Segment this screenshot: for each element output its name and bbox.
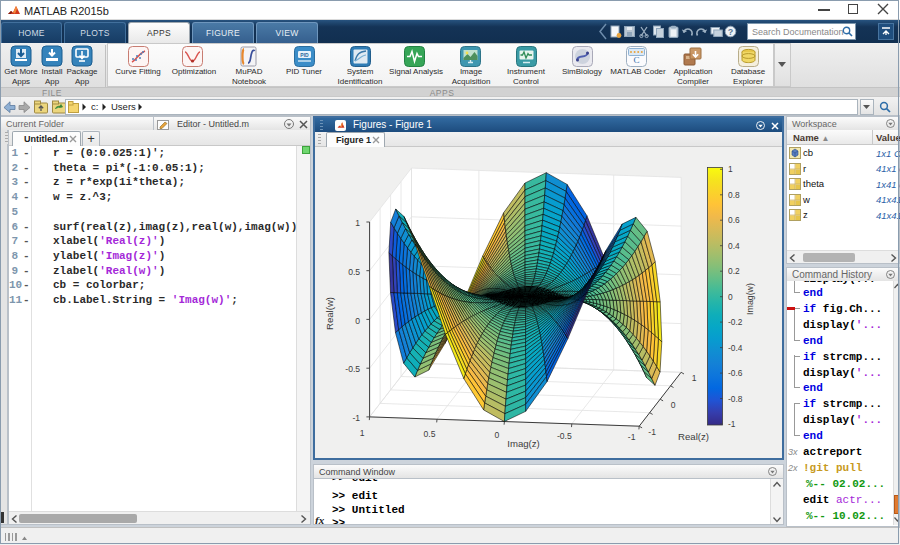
svg-text:-0.5: -0.5 bbox=[557, 431, 572, 441]
svg-text:0.4: 0.4 bbox=[728, 241, 740, 251]
svg-text:0: 0 bbox=[728, 292, 733, 302]
svg-text:Real(w): Real(w) bbox=[324, 297, 335, 330]
svg-text:-1: -1 bbox=[728, 419, 736, 429]
svg-text:0: 0 bbox=[671, 400, 676, 410]
svg-text:-1: -1 bbox=[352, 413, 360, 423]
svg-text:0: 0 bbox=[355, 316, 360, 326]
svg-text:Real(z): Real(z) bbox=[678, 431, 709, 442]
svg-text:0.5: 0.5 bbox=[348, 267, 360, 277]
svg-text:Imag(z): Imag(z) bbox=[507, 438, 540, 449]
svg-text:PID: PID bbox=[300, 52, 309, 58]
svg-text:1: 1 bbox=[728, 164, 733, 174]
svg-text:0: 0 bbox=[495, 430, 500, 440]
svg-text:1: 1 bbox=[692, 373, 697, 383]
svg-text:Imag(w): Imag(w) bbox=[745, 283, 755, 315]
svg-text:0.5: 0.5 bbox=[424, 429, 436, 439]
svg-text:0.6: 0.6 bbox=[728, 215, 740, 225]
svg-text:0.8: 0.8 bbox=[728, 190, 740, 200]
svg-text:-0.5: -0.5 bbox=[345, 364, 360, 374]
svg-text:1: 1 bbox=[360, 428, 365, 438]
svg-text:-1: -1 bbox=[628, 432, 636, 442]
svg-text:C: C bbox=[633, 55, 639, 65]
svg-text:-0.6: -0.6 bbox=[728, 368, 743, 378]
svg-text:-0.2: -0.2 bbox=[728, 317, 743, 327]
svg-text:-0.4: -0.4 bbox=[728, 343, 743, 353]
svg-text:1: 1 bbox=[355, 218, 360, 228]
svg-text:?: ? bbox=[728, 27, 734, 37]
svg-text:-1: -1 bbox=[648, 427, 656, 437]
svg-text:-0.8: -0.8 bbox=[728, 394, 743, 404]
svg-text:0.2: 0.2 bbox=[728, 266, 740, 276]
